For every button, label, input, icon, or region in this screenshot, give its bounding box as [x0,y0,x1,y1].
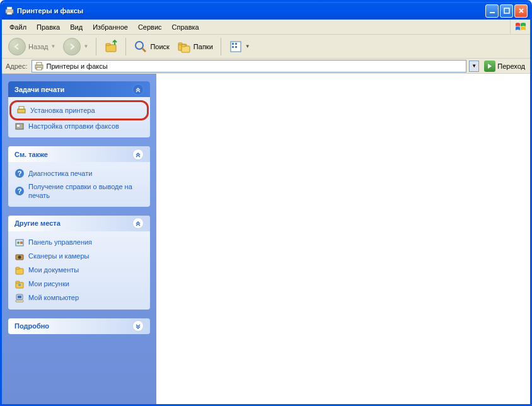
svg-point-32 [18,255,21,258]
views-button[interactable]: ▼ [226,38,253,55]
maximize-button[interactable] [500,4,513,18]
panel-body: Установка принтера Настройка отправки фа… [8,97,150,137]
fax-icon [14,121,25,131]
other-places-panel: Другие места Панель управления Сканеры и… [8,216,150,310]
add-printer-link[interactable]: Установка принтера [9,100,149,120]
forward-button[interactable]: ▼ [61,37,91,57]
pictures-icon [14,279,25,289]
link-label: Мои рисунки [28,279,69,288]
chevron-down-icon: ▼ [83,44,88,49]
link-label: Панель управления [28,238,92,246]
search-label: Поиск [150,43,169,50]
link-label: Получение справки о выводе на печать [28,182,144,200]
other-places-header[interactable]: Другие места [8,216,150,231]
back-button[interactable]: Назад ▼ [6,37,58,57]
scanners-cameras-link[interactable]: Сканеры и камеры [14,252,144,262]
content-area: Задачи печати Установка принтера Настрой… [2,74,530,404]
menu-view[interactable]: Вид [65,21,88,33]
search-button[interactable]: Поиск [131,38,171,55]
details-header[interactable]: Подробно [8,318,150,334]
folders-button[interactable]: Папки [175,38,216,55]
folders-label: Папки [194,43,213,50]
svg-rect-6 [106,44,110,45]
svg-point-37 [18,284,21,286]
menu-edit[interactable]: Правка [32,21,65,33]
print-tasks-header[interactable]: Задачи печати [8,81,150,97]
camera-icon [14,252,25,262]
tasks-sidepanel: Задачи печати Установка принтера Настрой… [2,74,156,404]
svg-rect-23 [17,125,20,127]
svg-rect-16 [235,46,237,48]
close-button[interactable] [514,4,528,18]
separator [221,38,221,55]
svg-point-7 [136,42,143,49]
back-label: Назад [28,43,49,50]
fax-setup-link[interactable]: Настройка отправки факсов [14,121,144,131]
up-button[interactable] [101,38,120,55]
go-label: Переход [497,62,525,70]
expand-icon [132,320,144,332]
windows-logo-icon [510,20,530,35]
troubleshoot-link[interactable]: ? Диагностика печати [14,168,144,178]
svg-rect-20 [18,109,25,113]
toolbar: Назад ▼ ▼ Поиск Папки ▼ [2,35,530,59]
explorer-window: Принтеры и факсы Файл Правка Вид Избранн… [0,0,532,406]
svg-rect-40 [16,300,23,302]
see-also-header[interactable]: См. также [8,146,150,162]
folder-up-icon [104,40,118,54]
help-icon: ? [14,168,25,178]
svg-rect-5 [106,45,116,52]
see-also-panel: См. также ? Диагностика печати ? Получен… [8,146,150,207]
go-arrow-icon [484,61,495,72]
panel-body: Панель управления Сканеры и камеры Мои д… [8,231,150,310]
my-computer-link[interactable]: Мой компьютер [14,293,144,303]
svg-rect-15 [232,46,234,48]
svg-rect-21 [19,107,24,109]
folder-icon [14,265,25,276]
svg-point-29 [17,241,20,244]
link-label: Настройка отправки факсов [28,122,119,130]
my-pictures-link[interactable]: Мои рисунки [14,279,144,289]
svg-rect-4 [504,8,509,13]
go-button[interactable]: Переход [482,60,528,72]
link-label: Мой компьютер [28,293,79,302]
minimize-button[interactable] [485,4,499,18]
svg-rect-34 [16,267,20,269]
menu-tools[interactable]: Сервис [133,21,167,33]
control-panel-link[interactable]: Панель управления [14,238,144,248]
main-content-area[interactable] [156,74,530,404]
collapse-icon [132,149,144,160]
svg-text:?: ? [18,187,22,195]
forward-arrow-icon [63,38,81,55]
my-documents-link[interactable]: Мои документы [14,265,144,276]
address-input[interactable]: Принтеры и факсы [32,60,467,72]
printer-icon [34,61,44,71]
panel-title: Задачи печати [14,86,132,93]
control-panel-icon [14,238,25,248]
window-title: Принтеры и факсы [17,7,485,14]
addressbar: Адрес: Принтеры и факсы ▼ Переход [2,59,530,74]
computer-icon [14,293,25,303]
svg-rect-13 [232,43,234,45]
svg-rect-18 [37,62,42,65]
svg-rect-36 [16,281,20,283]
titlebar[interactable]: Принтеры и факсы [2,2,530,20]
link-label: Диагностика печати [28,169,92,178]
svg-rect-19 [37,67,42,70]
svg-rect-9 [178,43,182,45]
address-label: Адрес: [4,62,29,70]
panel-title: Подробно [14,322,132,330]
svg-rect-1 [7,7,12,9]
panel-title: См. также [14,151,132,158]
svg-rect-39 [18,296,21,298]
search-icon [134,40,147,54]
menu-help[interactable]: Справка [167,21,204,33]
svg-rect-11 [182,45,185,47]
folders-icon [177,40,191,54]
link-label: Сканеры и камеры [28,252,89,260]
menu-file[interactable]: Файл [4,21,32,33]
address-dropdown-button[interactable]: ▼ [469,61,479,72]
help-icon: ? [14,186,25,196]
get-help-link[interactable]: ? Получение справки о выводе на печать [14,182,144,200]
menu-favorites[interactable]: Избранное [88,21,133,33]
